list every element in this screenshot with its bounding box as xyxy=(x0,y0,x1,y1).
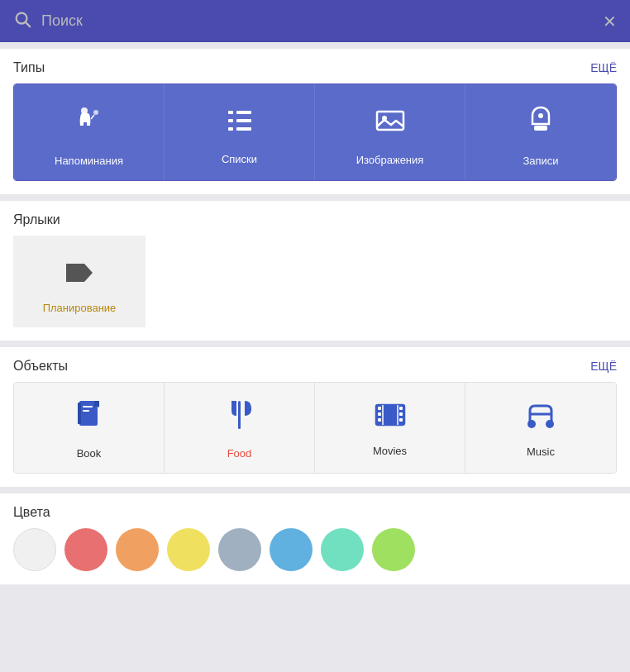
svg-rect-15 xyxy=(78,403,81,424)
object-item-music[interactable]: Music xyxy=(465,383,616,473)
svg-rect-25 xyxy=(399,412,403,416)
label-text-planning: Планирование xyxy=(43,302,117,314)
svg-rect-18 xyxy=(238,401,241,429)
object-label-food: Food xyxy=(227,447,252,460)
object-label-book: Book xyxy=(77,447,102,460)
movies-icon xyxy=(375,402,406,435)
labels-section-header: Ярлыки xyxy=(13,212,617,227)
book-icon xyxy=(74,399,104,437)
type-item-images[interactable]: Изображения xyxy=(315,84,465,180)
color-yellow[interactable] xyxy=(167,528,210,571)
types-section-header: Типы ЕЩЁ xyxy=(13,60,617,75)
type-label-reminders: Напоминания xyxy=(55,155,123,167)
object-item-movies[interactable]: Movies xyxy=(315,383,465,473)
svg-rect-5 xyxy=(236,111,251,114)
search-input[interactable] xyxy=(41,12,593,30)
svg-rect-10 xyxy=(377,112,403,130)
svg-rect-26 xyxy=(399,418,403,422)
svg-rect-17 xyxy=(83,410,89,412)
records-icon xyxy=(526,104,556,145)
objects-more-button[interactable]: ЕЩЁ xyxy=(590,360,617,373)
svg-point-3 xyxy=(93,110,98,115)
svg-rect-22 xyxy=(378,412,381,416)
color-orange[interactable] xyxy=(116,528,159,571)
svg-line-1 xyxy=(26,22,30,26)
svg-rect-9 xyxy=(236,127,251,131)
color-white[interactable] xyxy=(13,528,56,571)
objects-section: Объекты ЕЩЁ Book xyxy=(0,347,630,487)
types-more-button[interactable]: ЕЩЁ xyxy=(590,61,617,74)
types-section-title: Типы xyxy=(13,60,45,75)
colors-section-title: Цвета xyxy=(13,505,50,520)
type-item-lists[interactable]: Списки xyxy=(165,84,315,180)
lists-icon xyxy=(225,106,255,143)
object-label-movies: Movies xyxy=(373,445,407,457)
search-bar: ✕ xyxy=(0,0,630,42)
svg-rect-12 xyxy=(534,126,547,131)
color-red[interactable] xyxy=(64,528,107,571)
labels-section: Ярлыки Планирование xyxy=(0,201,630,341)
svg-rect-4 xyxy=(228,111,233,114)
reminders-icon xyxy=(73,104,106,145)
type-item-records[interactable]: Записи xyxy=(465,84,616,180)
svg-rect-7 xyxy=(236,119,251,122)
food-icon xyxy=(225,399,255,437)
label-item-planning[interactable]: Планирование xyxy=(13,236,146,327)
color-green[interactable] xyxy=(372,528,415,571)
labels-grid: Планирование xyxy=(13,236,617,327)
label-tag-icon xyxy=(64,260,94,292)
types-grid: Напоминания Списки xyxy=(13,83,617,181)
svg-rect-6 xyxy=(228,119,233,122)
search-icon xyxy=(13,10,31,32)
colors-section: Цвета xyxy=(0,493,630,584)
svg-rect-21 xyxy=(378,407,381,410)
svg-rect-24 xyxy=(399,407,403,410)
colors-section-header: Цвета xyxy=(13,505,617,520)
object-label-music: Music xyxy=(527,446,555,458)
svg-rect-23 xyxy=(378,418,381,422)
objects-section-title: Объекты xyxy=(13,359,68,374)
object-item-book[interactable]: Book xyxy=(14,383,165,473)
svg-rect-16 xyxy=(83,406,93,407)
colors-grid xyxy=(13,528,617,571)
svg-rect-8 xyxy=(228,127,233,131)
type-label-records: Записи xyxy=(523,155,558,167)
images-icon xyxy=(375,105,406,144)
svg-point-29 xyxy=(527,420,536,428)
type-label-lists: Списки xyxy=(222,153,257,165)
color-teal[interactable] xyxy=(321,528,364,571)
svg-point-30 xyxy=(546,420,554,428)
objects-section-header: Объекты ЕЩЁ xyxy=(13,359,617,374)
music-icon xyxy=(525,401,556,436)
types-section: Типы ЕЩЁ Напоминания xyxy=(0,49,630,194)
object-item-food[interactable]: Food xyxy=(165,383,315,473)
type-label-images: Изображения xyxy=(356,154,424,166)
type-item-reminders[interactable]: Напоминания xyxy=(14,84,165,180)
clear-icon[interactable]: ✕ xyxy=(603,12,617,31)
color-gray[interactable] xyxy=(218,528,261,571)
color-blue[interactable] xyxy=(270,528,313,571)
labels-section-title: Ярлыки xyxy=(13,212,60,227)
objects-grid: Book Food xyxy=(13,382,617,474)
svg-point-13 xyxy=(538,113,543,118)
